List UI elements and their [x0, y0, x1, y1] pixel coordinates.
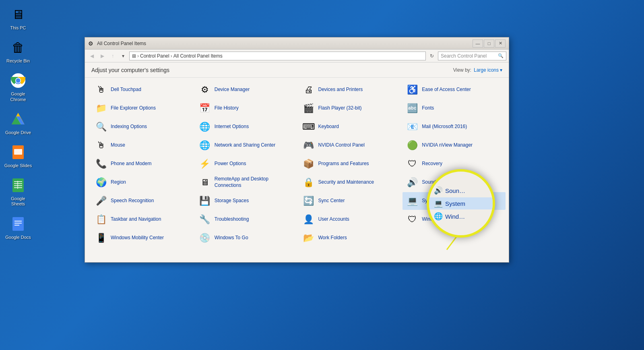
item-label: Fonts	[422, 105, 434, 112]
control-item[interactable]: 🌍 Region	[91, 174, 194, 191]
refresh-button[interactable]: ↻	[427, 52, 436, 60]
control-item[interactable]: 🔄 Sync Center	[299, 192, 402, 210]
close-button[interactable]: ✕	[495, 39, 506, 48]
recycle-bin-label: Recycle Bin	[6, 58, 30, 64]
item-icon: 🛡	[406, 213, 419, 226]
back-button[interactable]: ◀	[87, 52, 96, 60]
breadcrumb-home: ⊞	[132, 53, 136, 59]
breadcrumb-control-panel: Control Panel	[140, 53, 169, 59]
control-item[interactable]: 📂 Work Folders	[299, 229, 402, 247]
maximize-button[interactable]: □	[484, 39, 494, 48]
item-label: Ease of Access Center	[422, 87, 471, 93]
search-box[interactable]: Search Control Panel 🔍	[438, 52, 506, 60]
item-label: Device Manager	[215, 87, 250, 93]
control-item[interactable]: 📱 Windows Mobility Center	[91, 229, 194, 247]
desktop-icon-google-slides[interactable]: Google Slides	[2, 141, 34, 170]
control-item[interactable]: 🎮 NVIDIA Control Panel	[299, 137, 402, 154]
item-icon: 📞	[95, 157, 107, 170]
control-item[interactable]: 🎤 Speech Recognition	[91, 192, 194, 210]
google-drive-icon	[8, 110, 28, 129]
control-item[interactable]: 🛡 Windows Defender Firewall	[402, 211, 506, 228]
control-item[interactable]: ⌨ Keyboard	[299, 118, 402, 136]
item-label: User Accounts	[318, 216, 349, 223]
item-icon: 🌐	[198, 120, 211, 133]
item-icon: 🎮	[302, 139, 315, 152]
desktop-icon-google-chrome[interactable]: Google Chrome	[2, 69, 34, 104]
control-item[interactable]: 🖨 Devices and Printers	[299, 81, 402, 99]
item-label: Speech Recognition	[111, 198, 154, 204]
control-item[interactable]: 📦 Programs and Features	[299, 155, 402, 173]
control-item[interactable]: 🔍 Indexing Options	[91, 118, 194, 136]
address-bar: ◀ ▶ ↑ ▾ ⊞ › Control Panel › All Control …	[85, 50, 509, 62]
control-item[interactable]: 📧 Mail (Microsoft 2016)	[402, 118, 506, 136]
control-item[interactable]: 📋 Taskbar and Navigation	[91, 211, 194, 228]
item-icon: 🎬	[302, 102, 315, 115]
search-icon: 🔍	[498, 53, 504, 58]
item-icon: ♿	[406, 83, 419, 96]
item-icon: 📁	[95, 102, 107, 115]
breadcrumb-all-items: All Control Panel Items	[173, 53, 223, 59]
item-label: Taskbar and Navigation	[111, 216, 161, 223]
control-item[interactable]: 🎬 Flash Player (32-bit)	[299, 99, 402, 117]
control-item[interactable]: 🛡 Recovery	[402, 155, 506, 173]
item-label: Windows To Go	[215, 235, 248, 241]
item-label: NVIDIA nView Manager	[422, 142, 473, 149]
google-slides-label: Google Slides	[4, 163, 32, 168]
desktop-icon-this-pc[interactable]: 🖥 This PC	[2, 3, 34, 32]
item-icon: 🖱	[95, 83, 107, 96]
item-label: Power Options	[215, 161, 246, 167]
control-item[interactable]: 💻 System	[402, 192, 506, 210]
control-item[interactable]: 🖱 Dell Touchpad	[91, 81, 194, 99]
up-button[interactable]: ↑	[108, 52, 117, 60]
control-item[interactable]: 🔊 Sound	[402, 174, 506, 191]
item-label: Sound	[422, 179, 436, 186]
control-item[interactable]: 🔤 Fonts	[402, 99, 506, 117]
control-item[interactable]: 🟢 NVIDIA nView Manager	[402, 137, 506, 154]
control-item[interactable]: ⚡ Power Options	[195, 155, 298, 173]
item-label: Windows Mobility Center	[111, 235, 164, 241]
control-item[interactable]: 🌐 Network and Sharing Center	[195, 137, 298, 154]
control-item[interactable]: 🖱 Mouse	[91, 137, 194, 154]
control-item[interactable]: 🖥 RemoteApp and Desktop Connections	[195, 174, 298, 191]
item-icon: 🌍	[95, 176, 107, 189]
title-bar: ⚙ All Control Panel Items — □ ✕	[85, 37, 509, 50]
item-icon: 🔤	[406, 102, 419, 115]
items-container[interactable]: 🖱 Dell Touchpad ⚙ Device Manager 🖨 Devic…	[85, 78, 509, 262]
desktop-icon-area: 🖥 This PC 🗑 Recycle Bin Google Chrome	[0, 0, 36, 242]
svg-rect-9	[14, 149, 22, 155]
item-label: Programs and Features	[318, 161, 369, 167]
control-item[interactable]: 📁 File Explorer Options	[91, 99, 194, 117]
item-label: Flash Player (32-bit)	[318, 105, 362, 112]
item-icon: 🖥	[198, 176, 211, 189]
forward-button[interactable]: ▶	[98, 52, 107, 60]
desktop-icon-google-docs[interactable]: Google Docs	[2, 213, 34, 242]
recent-button[interactable]: ▾	[119, 52, 128, 60]
desktop-icon-google-drive[interactable]: Google Drive	[2, 108, 34, 137]
control-item[interactable]: 🔒 Security and Maintenance	[299, 174, 402, 191]
control-item[interactable]: 🔧 Troubleshooting	[195, 211, 298, 228]
control-item[interactable]: 💾 Storage Spaces	[195, 192, 298, 210]
control-item[interactable]: ⚙ Device Manager	[195, 81, 298, 99]
desktop-icon-recycle-bin[interactable]: 🗑 Recycle Bin	[2, 36, 34, 65]
control-item[interactable]: 🌐 Internet Options	[195, 118, 298, 136]
item-label: NVIDIA Control Panel	[318, 142, 365, 149]
view-by-value[interactable]: Large icons ▾	[474, 67, 502, 73]
desktop-icon-google-sheets[interactable]: Google Sheets	[2, 174, 34, 208]
item-icon: 🛡	[406, 157, 419, 170]
minimize-button[interactable]: —	[473, 39, 483, 48]
item-icon: 📂	[302, 232, 315, 244]
control-item[interactable]: 👤 User Accounts	[299, 211, 402, 228]
control-item[interactable]: 📅 File History	[195, 99, 298, 117]
svg-rect-14	[14, 187, 22, 188]
control-item[interactable]: 📞 Phone and Modem	[91, 155, 194, 173]
control-item[interactable]: 💿 Windows To Go	[195, 229, 298, 247]
address-path[interactable]: ⊞ › Control Panel › All Control Panel It…	[129, 52, 426, 60]
control-item[interactable]: ♿ Ease of Access Center	[402, 81, 506, 99]
google-sheets-label: Google Sheets	[4, 196, 33, 207]
item-icon: 🖨	[302, 83, 315, 96]
google-chrome-label: Google Chrome	[4, 91, 33, 102]
item-label: Devices and Printers	[318, 87, 363, 93]
item-icon: 💿	[198, 232, 211, 244]
items-grid: 🖱 Dell Touchpad ⚙ Device Manager 🖨 Devic…	[91, 81, 506, 247]
item-label: RemoteApp and Desktop Connections	[215, 176, 295, 188]
